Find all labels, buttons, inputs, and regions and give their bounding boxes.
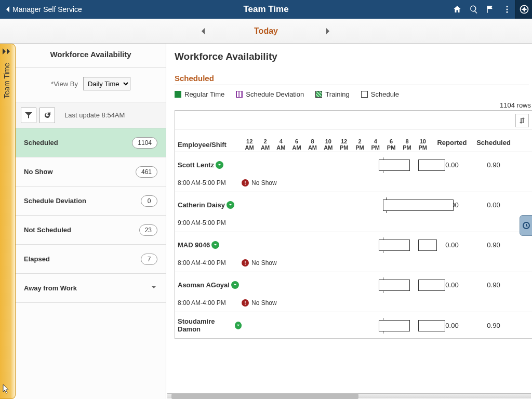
time-col: 6AM [289,138,304,151]
schedule-bar[interactable] [379,159,410,171]
status-item-no-show[interactable]: No Show461 [16,157,166,187]
schedule-bar[interactable] [418,320,445,331]
time-col: 12PM [336,138,352,151]
chevron-down-icon [150,284,157,292]
employee-name[interactable]: Stoudamire Damon [175,317,242,333]
swatch-training-icon [315,91,322,98]
expand-panel-handle[interactable]: Team Time [0,44,16,399]
col-reported[interactable]: Reported [431,139,473,152]
schedule-bar[interactable] [379,320,410,331]
time-col: 8PM [399,138,415,151]
divider [175,85,529,85]
related-info-tab[interactable] [520,215,532,236]
employee-menu-icon[interactable] [235,322,242,329]
schedule-bar[interactable] [379,240,410,251]
status-list: Scheduled1104No Show461Schedule Deviatio… [16,128,166,303]
legend-training: Training [315,90,349,98]
back-label: Manager Self Service [12,5,82,14]
alert-icon: ! [242,299,249,307]
employee-row: Stoudamire Damon0.000.90 [175,312,532,339]
employee-menu-icon[interactable] [231,281,239,289]
legend-regular: Regular Time [175,90,224,98]
schedule-bars [242,277,431,292]
status-item-scheduled[interactable]: Scheduled1104 [16,128,166,157]
schedule-bar[interactable] [418,280,445,291]
banner-icons [449,0,532,19]
employee-row: MAD 90460.000.908:00 AM-4:00 PM!No Show [175,232,532,272]
employee-menu-icon[interactable] [227,201,234,209]
employee-row: Asoman AGoyal0.000.908:00 AM-4:00 PM!No … [175,272,532,312]
main-content: Workforce Availability Scheduled Regular… [166,44,532,399]
status-count: 23 [139,224,157,236]
search-icon[interactable] [466,0,482,19]
filter-button[interactable] [21,108,36,123]
scheduled-value: 0.90 [473,241,514,249]
viewby-row: *View By Daily Time [16,68,166,102]
time-col: 10AM [321,138,336,151]
flag-icon[interactable] [482,0,499,19]
employee-menu-icon[interactable] [211,241,219,249]
scheduled-value: 0.90 [473,161,514,169]
noshow-badge: !No Show [242,299,277,307]
schedule-bar[interactable] [379,280,410,291]
status-item-schedule-deviation[interactable]: Schedule Deviation0 [16,187,166,216]
time-col: 4AM [273,138,289,151]
col-times: 12AM2AM4AM6AM8AM10AM12PM2PM4PM6PM8PM10PM [242,138,431,152]
top-banner: Manager Self Service Team Time [0,0,532,19]
noshow-badge: !No Show [242,259,277,267]
schedule-bars [242,318,431,332]
time-col: 10PM [415,138,431,151]
svg-point-2 [507,11,508,13]
employee-name[interactable]: MAD 9046 [175,241,242,249]
home-icon[interactable] [449,0,466,19]
employee-row: Catherin Daisy0.000.009:00 AM-5:00 PM [175,192,532,232]
employee-name[interactable]: Scott Lentz [175,161,242,169]
schedule-bar[interactable] [418,240,437,251]
col-employee[interactable]: Employee/Shift [175,141,242,152]
sidebar: Workforce Availability *View By Daily Ti… [16,44,166,399]
last-update-label: Last update 8:54AM [64,111,125,119]
refresh-button[interactable] [39,108,55,123]
time-col: 2AM [257,138,273,151]
employee-name[interactable]: Asoman AGoyal [175,281,242,289]
status-count: 0 [141,195,157,207]
time-col: 12AM [242,138,257,151]
svg-point-1 [507,9,508,10]
employee-row: Scott Lentz0.000.908:00 AM-5:00 PM!No Sh… [175,152,532,192]
status-count: 7 [141,254,157,265]
schedule-bar[interactable] [418,159,445,171]
schedule-bars [242,197,431,212]
col-scheduled[interactable]: Scheduled [473,139,514,152]
tab-handle-label: Team Time [3,63,11,98]
status-item-elapsed[interactable]: Elapsed7 [16,245,166,274]
viewby-label: *View By [51,80,78,88]
viewby-select[interactable]: Daily Time [83,77,130,90]
status-item-not-scheduled[interactable]: Not Scheduled23 [16,216,166,245]
next-day-button[interactable] [325,28,332,35]
schedule-bar[interactable] [383,200,454,211]
cursor-icon [1,383,11,396]
employee-name[interactable]: Catherin Daisy [175,201,242,209]
status-label: No Show [24,168,53,176]
scrollbar-thumb[interactable] [171,394,358,399]
status-label: Elapsed [24,255,50,263]
swatch-regular-icon [175,91,181,98]
status-item-away-from-work[interactable]: Away from Work [16,274,166,303]
compass-icon[interactable] [515,0,532,19]
alert-icon: ! [242,179,249,187]
legend-deviation: Schedule Deviation [236,90,304,98]
horizontal-scrollbar[interactable] [167,393,531,398]
svg-point-0 [507,6,508,7]
section-title: Scheduled [175,74,532,83]
sidebar-tools: Last update 8:54AM [16,102,166,128]
sort-button[interactable] [515,114,529,127]
scheduled-value: 0.00 [473,201,514,209]
more-icon[interactable] [499,0,515,19]
back-button[interactable]: Manager Self Service [0,5,87,14]
prev-day-button[interactable] [200,28,207,35]
scheduled-value: 0.90 [473,281,514,289]
status-label: Schedule Deviation [24,197,86,205]
employee-menu-icon[interactable] [216,161,223,169]
swatch-schedule-icon [361,91,368,98]
date-label[interactable]: Today [254,26,278,36]
